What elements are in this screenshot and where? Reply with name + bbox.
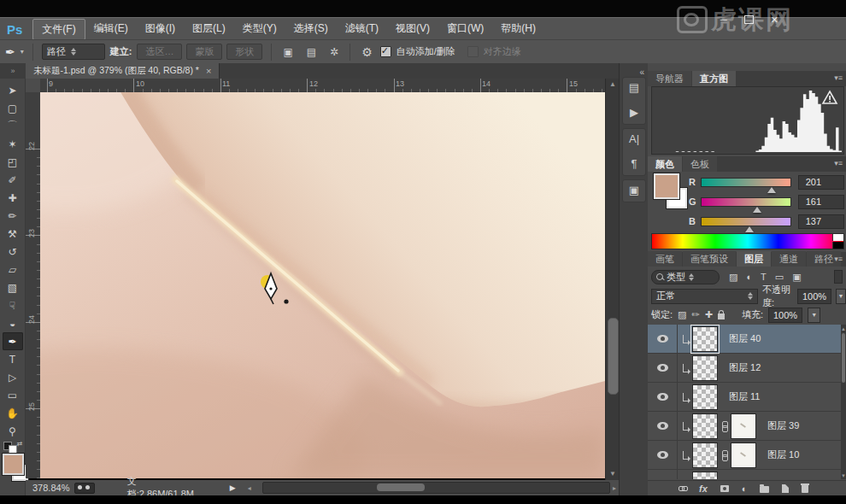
tool-mode-select[interactable]: 路径 bbox=[42, 44, 105, 60]
lasso-tool-icon[interactable]: ⌒ bbox=[3, 117, 23, 135]
document-tab[interactable]: 未标题-1.psd @ 379% (图层 40, RGB/8) * × bbox=[26, 63, 220, 79]
slider-track-G[interactable] bbox=[701, 197, 791, 207]
actions-panel-icon[interactable]: ▶ bbox=[630, 106, 638, 119]
eraser-tool-icon[interactable]: ▱ bbox=[3, 261, 23, 278]
opacity-dropdown-icon[interactable]: ▼ bbox=[836, 289, 846, 304]
link-layers-icon[interactable] bbox=[679, 485, 686, 491]
layer-thumbnail[interactable] bbox=[692, 326, 718, 352]
vertical-scrollbar[interactable]: ▲ ▼ bbox=[605, 79, 620, 480]
maximize-button-icon[interactable] bbox=[744, 15, 754, 24]
history-panel-icon[interactable]: ▤ bbox=[629, 81, 639, 94]
layer-thumbnail[interactable] bbox=[692, 355, 718, 381]
tab-画笔预设[interactable]: 画笔预设 bbox=[683, 251, 736, 267]
eye-icon[interactable] bbox=[657, 393, 668, 401]
eye-icon[interactable] bbox=[657, 335, 668, 343]
tab-直方图[interactable]: 直方图 bbox=[692, 71, 736, 86]
path-arrange-icon[interactable]: ✲ bbox=[327, 46, 341, 58]
gradient-tool-icon[interactable]: ▧ bbox=[3, 278, 23, 296]
slider-track-B[interactable] bbox=[701, 217, 791, 226]
color-panel-foreground-chip[interactable] bbox=[654, 173, 679, 199]
adjustment-layer-icon[interactable]: ◐ bbox=[742, 483, 748, 494]
menu-item-10[interactable]: 帮助(H) bbox=[492, 19, 544, 40]
history-brush-tool-icon[interactable]: ↺ bbox=[3, 243, 23, 261]
mask-link-icon[interactable] bbox=[721, 450, 728, 460]
lock-move-icon[interactable]: ✚ bbox=[705, 309, 713, 320]
delete-layer-icon[interactable] bbox=[802, 483, 808, 493]
type-tool-icon[interactable]: T bbox=[3, 350, 23, 368]
scroll-up-icon[interactable]: ▲ bbox=[606, 79, 620, 91]
make-button-3[interactable]: 形状 bbox=[226, 44, 262, 60]
eye-icon[interactable] bbox=[657, 422, 668, 430]
auto-add-checkbox[interactable] bbox=[380, 46, 391, 57]
menu-item-6[interactable]: 选择(S) bbox=[285, 19, 337, 40]
visibility-cell[interactable] bbox=[648, 470, 678, 479]
move-tool-icon[interactable]: ➤ bbox=[3, 81, 23, 99]
visibility-cell[interactable] bbox=[648, 325, 678, 353]
lock-all-icon[interactable] bbox=[718, 314, 725, 319]
visibility-cell[interactable] bbox=[648, 412, 678, 440]
channel-value-B[interactable]: 137 bbox=[798, 214, 844, 229]
layer-mask-thumbnail[interactable] bbox=[731, 413, 756, 439]
tab-overflow-icon[interactable]: » bbox=[0, 63, 26, 79]
new-layer-icon[interactable] bbox=[782, 484, 789, 493]
brush-tool-icon[interactable]: ✏ bbox=[3, 207, 23, 225]
mask-link-icon[interactable] bbox=[721, 421, 728, 431]
layer-filter-select[interactable]: 类型 bbox=[651, 270, 720, 284]
layers-scroll-up-icon[interactable]: ▲ bbox=[841, 325, 846, 332]
add-mask-icon[interactable] bbox=[720, 485, 729, 492]
spectrum-white-chip[interactable] bbox=[832, 234, 843, 241]
default-colors-icon[interactable]: ⇄ bbox=[3, 442, 22, 452]
clone-stamp-tool-icon[interactable]: ⚒ bbox=[3, 225, 23, 243]
filter-shape-icon[interactable]: ▭ bbox=[775, 272, 784, 283]
menu-item-2[interactable]: 编辑(E) bbox=[85, 19, 137, 40]
opacity-value[interactable]: 100% bbox=[797, 289, 831, 304]
layers-panel-menu-icon[interactable]: ▾≡ bbox=[834, 255, 843, 263]
vertical-scroll-thumb[interactable] bbox=[608, 318, 619, 395]
tab-画笔[interactable]: 画笔 bbox=[648, 251, 682, 267]
filter-image-icon[interactable]: ▨ bbox=[729, 272, 737, 283]
zoom-tool-icon[interactable]: ⚲ bbox=[3, 422, 23, 440]
layers-scrollbar[interactable] bbox=[841, 325, 846, 479]
layer-row[interactable]: 图层 11 bbox=[648, 383, 841, 412]
hscroll-right-icon[interactable]: ▸ bbox=[613, 484, 616, 492]
swap-colors-icon[interactable]: ⇄ bbox=[17, 440, 23, 448]
visibility-cell[interactable] bbox=[648, 383, 678, 411]
menu-item-9[interactable]: 窗口(W) bbox=[438, 19, 492, 40]
make-button-1[interactable]: 选区… bbox=[137, 44, 182, 60]
tool-preset-caret-icon[interactable]: ▾ bbox=[21, 48, 24, 56]
shape-tool-icon[interactable]: ▭ bbox=[3, 386, 23, 404]
menu-item-3[interactable]: 图像(I) bbox=[137, 19, 184, 40]
layer-thumbnail[interactable] bbox=[692, 442, 718, 468]
minimize-button-icon[interactable]: ─ bbox=[720, 15, 727, 25]
pen-options-gear-icon[interactable]: ⚙ bbox=[359, 45, 375, 59]
horizontal-scroll-thumb[interactable] bbox=[377, 483, 425, 491]
fill-dropdown-icon[interactable]: ▼ bbox=[808, 308, 820, 323]
pen-tool-badge-icon[interactable]: ✒ bbox=[5, 45, 15, 59]
path-operations-icon[interactable]: ▣ bbox=[280, 46, 295, 58]
lock-transparent-icon[interactable]: ▨ bbox=[678, 309, 686, 320]
menu-item-1[interactable]: 文件(F) bbox=[32, 19, 85, 40]
path-alignment-icon[interactable]: ▤ bbox=[304, 46, 319, 58]
dodge-tool-icon[interactable]: ◒ bbox=[3, 314, 23, 332]
layers-scroll-thumb[interactable] bbox=[842, 333, 845, 383]
eye-icon[interactable] bbox=[657, 451, 668, 459]
path-selection-tool-icon[interactable]: ▷ bbox=[3, 368, 23, 386]
eye-icon[interactable] bbox=[657, 364, 668, 372]
menu-item-8[interactable]: 视图(V) bbox=[387, 19, 438, 40]
visibility-cell[interactable] bbox=[648, 354, 678, 382]
canvas[interactable] bbox=[40, 92, 605, 478]
filter-smart-object-icon[interactable]: ▣ bbox=[792, 272, 801, 283]
filter-toggle-switch[interactable] bbox=[834, 270, 843, 284]
slider-thumb-R[interactable] bbox=[767, 187, 776, 193]
tab-导航器[interactable]: 导航器 bbox=[648, 71, 691, 86]
healing-brush-tool-icon[interactable]: ✚ bbox=[3, 189, 23, 207]
new-group-icon[interactable] bbox=[760, 484, 769, 493]
collapse-panels-icon[interactable]: « bbox=[639, 67, 644, 77]
tab-通道[interactable]: 通道 bbox=[772, 251, 806, 267]
color-panel-menu-icon[interactable]: ▾≡ bbox=[834, 159, 843, 167]
tab-色板[interactable]: 色板 bbox=[683, 156, 717, 172]
histogram-warning-icon[interactable] bbox=[821, 90, 838, 105]
align-edge-checkbox[interactable] bbox=[467, 46, 479, 57]
lock-paint-icon[interactable]: ✏ bbox=[691, 309, 699, 320]
layer-mask-thumbnail[interactable] bbox=[731, 442, 756, 468]
